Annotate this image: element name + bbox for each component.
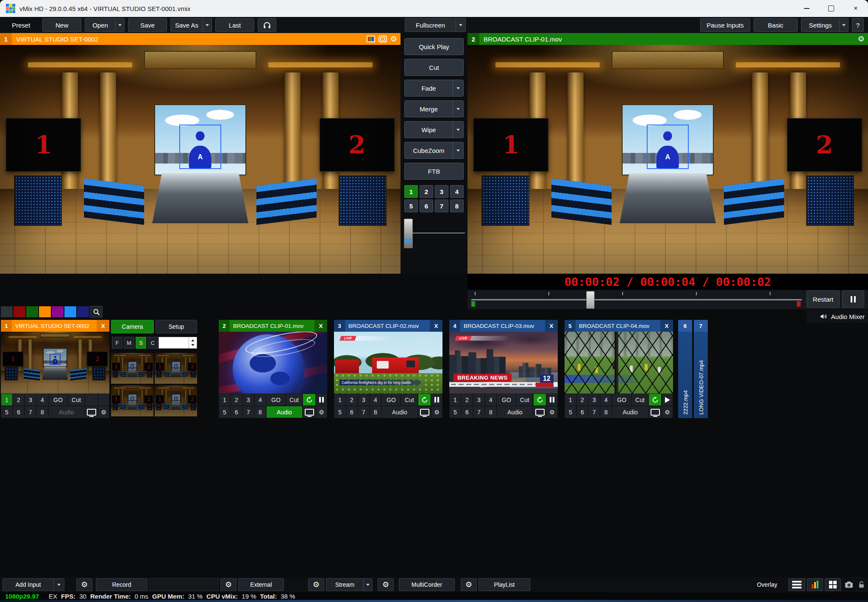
seek-handle[interactable] (586, 291, 595, 309)
fullscreen-output-button[interactable] (303, 406, 316, 418)
input-3-header[interactable]: 3 BROADCAST CLIP-02.mov X (334, 320, 442, 332)
seek-track[interactable] (471, 299, 802, 300)
bus-2-button[interactable]: 2 (13, 394, 25, 406)
input-close-button[interactable]: X (545, 320, 558, 332)
color-filter-purple[interactable] (52, 306, 64, 317)
play-button[interactable] (662, 394, 673, 406)
bus-6-button[interactable]: 6 (461, 406, 473, 418)
input-settings-button[interactable]: ⚙ (431, 406, 442, 418)
save-as-button[interactable]: Save As (170, 18, 212, 32)
input-5-header[interactable]: 5 BROADCAST CLIP-04.mov X (565, 320, 673, 332)
minimize-button[interactable] (794, 0, 819, 17)
basic-button[interactable]: Basic (754, 18, 798, 32)
bus-3-button[interactable]: 3 (358, 394, 370, 406)
audio-monitor-button[interactable] (258, 18, 276, 32)
bus-6-button[interactable]: 6 (576, 406, 588, 418)
camera-tab[interactable]: Camera (111, 320, 154, 333)
bus-8-button[interactable]: 8 (36, 406, 48, 418)
bus-3-button[interactable]: 3 (242, 394, 254, 406)
last-button[interactable]: Last (215, 18, 254, 32)
audio-button[interactable]: Audio (381, 406, 418, 418)
merge-dropdown[interactable] (453, 101, 463, 117)
record-button[interactable]: Record (96, 578, 147, 591)
audio-button[interactable]: Audio (612, 406, 648, 418)
pause-inputs-button[interactable]: Pause Inputs (700, 18, 750, 32)
maximize-button[interactable] (819, 0, 843, 17)
mode-f-button[interactable]: F (112, 337, 122, 349)
save-button[interactable]: Save (128, 18, 167, 32)
bus-7-button[interactable]: 7 (358, 406, 370, 418)
preview-header[interactable]: 1 VIRTUAL STUDIO SET-0002 ⚙ (0, 33, 401, 45)
fullscreen-output-button[interactable] (533, 406, 546, 418)
program-monitor[interactable]: A 1 2 (467, 45, 868, 274)
camera-angle-2[interactable]: A 1 2 (155, 353, 197, 384)
go-button[interactable]: GO (612, 394, 632, 406)
color-filter-navy[interactable] (77, 306, 89, 317)
bus-7-button[interactable]: 7 (25, 406, 36, 418)
mark-out-marker[interactable] (797, 301, 801, 307)
bus-4-button[interactable]: 4 (254, 394, 266, 406)
overlay-1-button[interactable]: 1 (404, 185, 418, 198)
bus-8-button[interactable]: 8 (254, 406, 266, 418)
external-button[interactable]: External (238, 578, 284, 591)
preview-monitor[interactable]: A 1 2 (0, 45, 401, 274)
bus-5-button[interactable]: 5 (1, 406, 13, 418)
new-button[interactable]: New (42, 18, 81, 32)
color-filter-red[interactable] (14, 306, 25, 317)
bus-5-button[interactable]: 5 (334, 406, 346, 418)
settings-dropdown[interactable] (839, 19, 848, 31)
overlay-2-button[interactable]: 2 (420, 185, 433, 198)
audio-levels-button[interactable] (807, 578, 823, 591)
bus-2-button[interactable]: 2 (576, 394, 588, 406)
bus-1-button[interactable]: 1 (334, 394, 346, 406)
bus-5-button[interactable]: 5 (219, 406, 231, 418)
input-settings-button[interactable]: ⚙ (546, 406, 558, 418)
fullscreen-output-button[interactable] (85, 406, 98, 418)
input-close-button[interactable]: X (430, 320, 442, 332)
bus-2-button[interactable]: 2 (461, 394, 473, 406)
overlay-6-button[interactable]: 6 (420, 200, 433, 212)
go-button[interactable]: GO (48, 394, 68, 406)
bus-7-button[interactable]: 7 (473, 406, 485, 418)
save-as-dropdown[interactable] (203, 19, 211, 31)
fade-dropdown[interactable] (453, 80, 463, 96)
bus-1-button[interactable]: 1 (449, 394, 461, 406)
overlay-3-button[interactable]: 3 (435, 185, 448, 198)
loop-button[interactable] (648, 394, 662, 406)
fade-button[interactable]: Fade (404, 80, 464, 97)
audio-mixer-toggle[interactable]: Audio Mixer (807, 310, 868, 323)
duration-value[interactable] (159, 339, 187, 347)
bus-6-button[interactable]: 6 (13, 406, 25, 418)
input-close-button[interactable]: X (660, 320, 673, 332)
color-filter-none[interactable] (1, 306, 13, 317)
fullscreen-dropdown[interactable] (456, 19, 465, 31)
bus-5-button[interactable]: 5 (565, 406, 576, 418)
input-settings-button[interactable]: ⚙ (316, 406, 327, 418)
color-filter-blue[interactable] (64, 306, 76, 317)
cubezoom-button[interactable]: CubeZoom (404, 142, 464, 159)
wipe-dropdown[interactable] (453, 122, 463, 138)
go-button[interactable]: GO (381, 394, 401, 406)
open-button[interactable]: Open (85, 18, 125, 32)
camera-angle-4[interactable]: A 1 2 (155, 386, 197, 416)
input-5-thumbnail[interactable] (565, 332, 673, 394)
bus-8-button[interactable]: 8 (370, 406, 381, 418)
cut-button[interactable]: Cut (401, 394, 418, 406)
bus-8-button[interactable]: 8 (485, 406, 497, 418)
bus-3-button[interactable]: 3 (588, 394, 600, 406)
pause-button[interactable] (431, 394, 442, 406)
bus-4-button[interactable]: 4 (485, 394, 497, 406)
input-4-thumbnail[interactable]: LIVE BREAKING NEWS 12 (449, 332, 558, 394)
gear-icon[interactable]: ⚙ (858, 35, 865, 43)
quick-play-button[interactable]: Quick Play (404, 38, 464, 55)
pause-button[interactable] (546, 394, 558, 406)
mark-in-marker[interactable] (471, 301, 475, 307)
input-2-thumbnail[interactable] (219, 332, 327, 394)
playlist-button[interactable]: PlayList (479, 578, 530, 591)
mode-c-button[interactable]: C (147, 337, 158, 349)
overlay-4-button[interactable]: 4 (450, 185, 464, 198)
input-3-thumbnail[interactable]: LIVE California firefighters dig in for … (334, 332, 442, 394)
bus-1-button[interactable]: 1 (219, 394, 231, 406)
bus-1-button[interactable]: 1 (1, 394, 13, 406)
color-filter-green[interactable] (26, 306, 38, 317)
